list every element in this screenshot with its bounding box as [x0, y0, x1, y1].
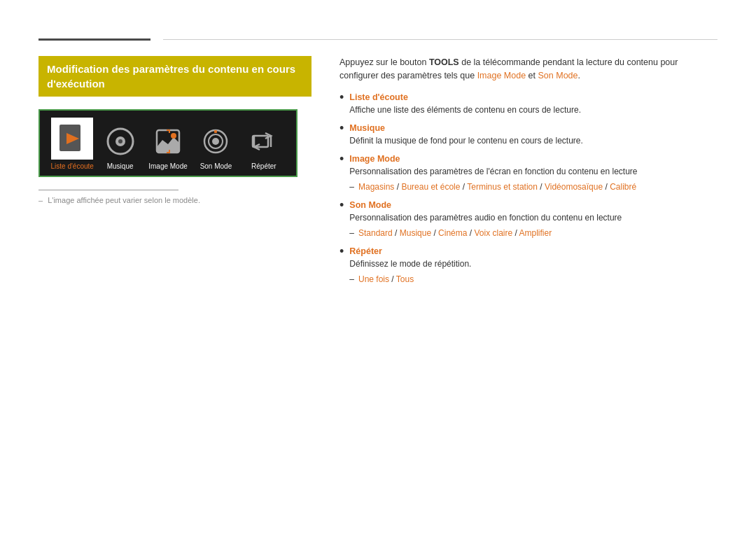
- sub-item-son-mode: – Standard / Musique / Cinéma / Voix cla…: [349, 227, 718, 239]
- svg-point-4: [118, 139, 122, 143]
- svg-point-9: [212, 138, 219, 145]
- bullet-dot-5: •: [340, 245, 344, 258]
- repeter-icon: [246, 123, 282, 160]
- son-mode-link: Son Mode: [538, 71, 578, 80]
- bullet-desc-liste: Affiche une liste des éléments de conten…: [349, 104, 718, 116]
- bullet-image-mode: • Image Mode Personnalisation des paramè…: [340, 154, 718, 193]
- bullet-dot-2: •: [340, 122, 344, 134]
- intro-text-1: Appuyez sur le bouton: [340, 57, 429, 67]
- ui-item-label-son-mode: Son Mode: [200, 162, 232, 170]
- liste-ecoute-icon: [51, 118, 93, 160]
- image-mode-options: Magasins / Bureau et école / Terminus et…: [358, 181, 636, 193]
- bullet-desc-musique: Définit la musique de fond pour le conte…: [349, 134, 718, 147]
- bullet-content-2: Musique Définit la musique de fond pour …: [349, 123, 718, 147]
- ui-item-liste-ecoute[interactable]: Liste d'écoute: [48, 118, 96, 170]
- feature-list: • Liste d'écoute Affiche une liste des é…: [340, 92, 718, 286]
- repeter-sublist: – Une fois / Tous: [349, 273, 718, 286]
- bullet-title-son-mode: Son Mode: [349, 200, 718, 210]
- bullet-title-musique: Musique: [349, 123, 718, 133]
- ui-item-son-mode[interactable]: Son Mode: [192, 123, 239, 170]
- ui-panel: Liste d'écoute Musique: [38, 109, 298, 177]
- top-lines: [38, 38, 718, 41]
- ui-item-repeter[interactable]: Répéter: [240, 123, 288, 170]
- intro-text-4: .: [578, 71, 580, 80]
- bullet-dot-4: •: [340, 199, 344, 211]
- bullet-desc-repeter: Définissez le mode de répétition.: [349, 258, 718, 270]
- bullet-son-mode: • Son Mode Personnalisation des paramètr…: [340, 200, 718, 239]
- image-mode-icon: [150, 123, 186, 160]
- ui-item-musique[interactable]: Musique: [96, 123, 144, 170]
- image-mode-sublist: – Magasins / Bureau et école / Terminus …: [349, 181, 718, 193]
- son-mode-sublist: – Standard / Musique / Cinéma / Voix cla…: [349, 227, 718, 239]
- top-line-separator: [163, 39, 718, 40]
- bullet-desc-son-mode: Personnalisation des paramètres audio en…: [349, 211, 718, 224]
- image-mode-link: Image Mode: [477, 71, 526, 80]
- svg-rect-10: [214, 130, 217, 133]
- bullet-content-3: Image Mode Personnalisation des paramètr…: [349, 154, 718, 193]
- note-text: L'image affichée peut varier selon le mo…: [48, 196, 200, 204]
- bullet-musique: • Musique Définit la musique de fond pou…: [340, 123, 718, 147]
- bullet-dot-1: •: [340, 91, 344, 104]
- ui-item-label-musique: Musique: [107, 162, 134, 170]
- bullet-liste-ecoute: • Liste d'écoute Affiche une liste des é…: [340, 92, 718, 116]
- bullet-desc-image-mode: Personnalisation des paramètres de l'écr…: [349, 165, 718, 178]
- repeter-options: Une fois / Tous: [358, 273, 414, 286]
- bullet-dot-3: •: [340, 153, 344, 165]
- ui-item-label-repeter: Répéter: [251, 162, 276, 170]
- note: – L'image affichée peut varier selon le …: [38, 196, 312, 204]
- sub-item-image-mode: – Magasins / Bureau et école / Terminus …: [349, 181, 718, 193]
- bullet-content-4: Son Mode Personnalisation des paramètres…: [349, 200, 718, 239]
- bullet-title-liste: Liste d'écoute: [349, 92, 718, 102]
- intro-text-3: et: [526, 71, 538, 80]
- section-title: Modification des paramètres du contenu e…: [38, 56, 312, 97]
- bullet-content-5: Répéter Définissez le mode de répétition…: [349, 246, 718, 286]
- right-column: Appuyez sur le bouton TOOLS de la téléco…: [340, 56, 718, 293]
- note-divider: [38, 190, 178, 190]
- left-column: Modification des paramètres du contenu e…: [38, 56, 312, 293]
- ui-item-label-liste: Liste d'écoute: [51, 162, 94, 170]
- top-line-accent: [38, 38, 150, 41]
- ui-item-label-image-mode: Image Mode: [148, 162, 188, 170]
- bullet-content-1: Liste d'écoute Affiche une liste des élé…: [349, 92, 718, 116]
- ui-item-image-mode[interactable]: Image Mode: [144, 123, 192, 170]
- bullet-repeter: • Répéter Définissez le mode de répétiti…: [340, 246, 718, 286]
- intro-paragraph: Appuyez sur le bouton TOOLS de la téléco…: [340, 56, 718, 83]
- son-mode-icon: [197, 123, 234, 160]
- bullet-title-image-mode: Image Mode: [349, 154, 718, 164]
- tools-label: TOOLS: [429, 57, 459, 67]
- bullet-title-repeter: Répéter: [349, 246, 718, 256]
- svg-point-6: [171, 133, 176, 139]
- musique-icon: [102, 123, 139, 160]
- son-mode-options: Standard / Musique / Cinéma / Voix clair…: [358, 227, 552, 239]
- sub-item-repeter: – Une fois / Tous: [349, 273, 718, 286]
